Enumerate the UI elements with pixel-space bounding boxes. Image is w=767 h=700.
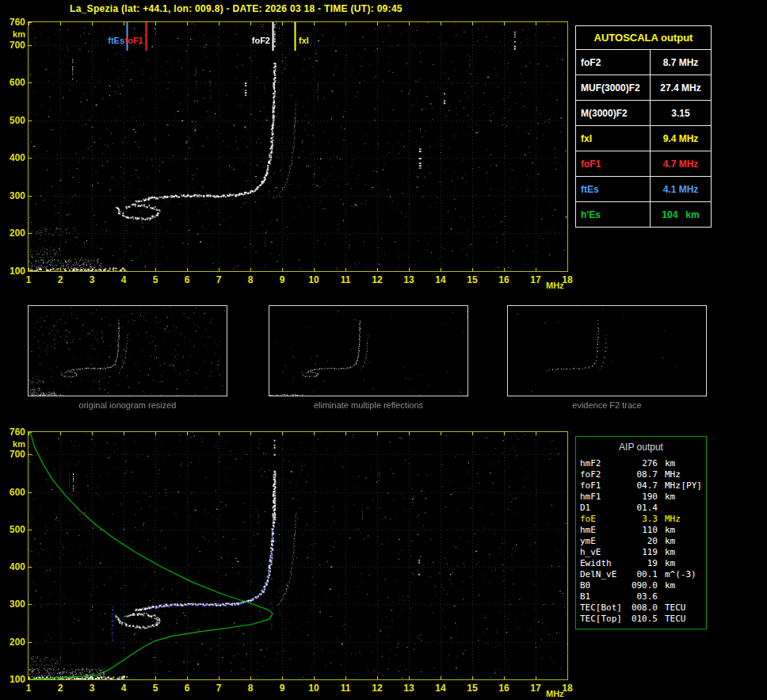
main-ionogram-canvas	[28, 21, 568, 272]
aip-param-extra: [PY]	[681, 480, 703, 492]
y-axis-unit-label: km	[3, 439, 25, 449]
y-axis-tick-label: 400	[3, 561, 25, 572]
aip-param-name: foE	[580, 514, 629, 525]
aip-param-unit: TECU	[665, 614, 686, 625]
y-axis-tick-label: 600	[3, 487, 25, 498]
aip-row: hmF2276km	[576, 458, 706, 469]
autoscala-param-name: foF2	[576, 50, 651, 75]
aip-param-name: Ewidth	[580, 558, 629, 569]
aip-param-name: B1	[580, 591, 629, 602]
autoscala-param-value: 4.7 MHz	[651, 151, 712, 177]
aip-param-unit: km	[665, 492, 675, 503]
autoscala-row: fxI9.4 MHz	[576, 126, 712, 151]
aip-param-name: TEC[Bot]	[580, 602, 629, 614]
thumbnail-original-ionogram	[28, 305, 227, 396]
autoscala-param-value: 9.4 MHz	[651, 126, 712, 151]
aip-param-value: 110	[629, 525, 658, 536]
thumbnail-f2-trace	[507, 305, 707, 396]
x-axis-tick-label: 7	[208, 683, 229, 694]
autoscala-param-value: 3.15	[651, 101, 712, 126]
autoscala-param-value: 104 km	[651, 202, 712, 228]
y-axis-unit-label: km	[3, 29, 25, 39]
x-axis-tick-label: 8	[240, 274, 261, 285]
x-axis-tick-label: 14	[430, 683, 451, 694]
aip-param-name: ymE	[580, 536, 629, 547]
aip-param-unit: km	[665, 580, 675, 591]
aip-param-name: foF1	[580, 480, 629, 492]
aip-param-name: hmE	[580, 525, 629, 536]
aip-row: B0090.0km	[576, 580, 706, 591]
autoscala-row: M(3000)F23.15	[576, 101, 712, 126]
x-axis-tick-label: 9	[272, 683, 292, 694]
x-axis-unit-label: MHz	[546, 281, 564, 290]
autoscala-title: AUTOSCALA output	[576, 26, 712, 50]
aip-output-table: AIP output hmF2276kmfoF208.7MHzfoF104.7M…	[575, 436, 707, 629]
y-axis-tick-label: 500	[3, 524, 25, 535]
thumbnail-caption-f2: evidence F2 trace	[507, 400, 707, 410]
x-axis-tick-label: 6	[177, 683, 197, 694]
x-axis-tick-label: 15	[462, 683, 483, 694]
aip-param-name: B0	[580, 580, 629, 591]
x-axis-tick-label: 17	[525, 683, 546, 694]
autoscala-param-name: h'Es	[576, 202, 651, 228]
aip-param-unit: km	[665, 458, 675, 469]
aip-param-name: foF2	[580, 469, 629, 480]
autoscala-param-name: MUF(3000)F2	[576, 75, 651, 101]
aip-param-name: hmF1	[580, 492, 629, 503]
y-axis-tick-label: 600	[3, 77, 25, 88]
x-axis-tick-label: 8	[240, 683, 261, 694]
critical-frequency-marker-label: fxI	[299, 36, 309, 45]
aip-param-value: 010.5	[629, 614, 658, 625]
aip-row: h_vE119km	[576, 547, 706, 558]
thumbnail-caption-cleaned: eliminate multiple reflections	[269, 400, 468, 410]
aip-param-value: 119	[629, 547, 658, 558]
critical-frequency-marker-label: foF2	[252, 36, 270, 45]
critical-frequency-marker-label: foF1	[125, 36, 143, 45]
aip-param-name: D1	[580, 503, 629, 514]
x-axis-tick-label: 4	[113, 274, 134, 285]
aip-param-value: 03.6	[629, 591, 658, 602]
aip-param-value: 090.0	[629, 580, 658, 591]
x-axis-tick-label: 5	[145, 274, 166, 285]
y-axis-tick-label: 760	[3, 17, 25, 28]
autoscala-param-value: 8.7 MHz	[651, 50, 712, 75]
aip-row: foF104.7MHz[PY]	[576, 480, 706, 492]
aip-param-unit: km	[665, 547, 675, 558]
aip-param-unit: MHz	[665, 469, 681, 480]
aip-param-unit: km	[665, 558, 675, 569]
y-axis-tick-label: 700	[3, 40, 25, 51]
autoscala-row: MUF(3000)F227.4 MHz	[576, 75, 712, 101]
y-axis-tick-label: 200	[3, 637, 25, 648]
aip-param-value: 19	[629, 558, 658, 569]
aip-row: ymE20km	[576, 536, 706, 547]
autoscala-title-row: AUTOSCALA output	[576, 26, 712, 50]
autoscala-param-name: foF1	[576, 151, 651, 177]
aip-rows: hmF2276kmfoF208.7MHzfoF104.7MHz[PY]hmF11…	[576, 458, 706, 625]
aip-param-name: DelN_vE	[580, 569, 629, 580]
x-axis-tick-label: 12	[367, 274, 387, 285]
x-axis-tick-label: 3	[82, 683, 102, 694]
x-axis-tick-label: 3	[82, 274, 102, 285]
autoscala-param-value: 4.1 MHz	[651, 177, 712, 202]
aip-param-unit: TECU	[665, 602, 686, 614]
x-axis-tick-label: 16	[494, 683, 514, 694]
x-axis-tick-label: 1	[18, 683, 39, 694]
y-axis-tick-label: 500	[3, 115, 25, 126]
x-axis-tick-label: 10	[303, 683, 324, 694]
aip-param-name: h_vE	[580, 547, 629, 558]
autoscala-row: foF14.7 MHz	[576, 151, 712, 177]
aip-row: foE3.3MHz	[576, 514, 706, 525]
x-axis-tick-label: 10	[303, 274, 324, 285]
x-axis-unit-label: MHz	[546, 689, 564, 698]
autoscala-output-table: AUTOSCALA output foF28.7 MHzMUF(3000)F22…	[575, 25, 712, 228]
autoscala-row: h'Es104 km	[576, 202, 712, 228]
thumbnail-f2-canvas	[508, 306, 706, 396]
critical-frequency-marker-label: ftEs	[108, 36, 124, 45]
x-axis-tick-label: 11	[335, 274, 356, 285]
aip-row: TEC[Bot]008.0TECU	[576, 602, 706, 614]
x-axis-tick-label: 6	[177, 274, 197, 285]
aip-row: B103.6	[576, 591, 706, 602]
aip-param-name: hmF2	[580, 458, 629, 469]
x-axis-tick-label: 13	[399, 683, 419, 694]
x-axis-tick-label: 1	[18, 274, 39, 285]
